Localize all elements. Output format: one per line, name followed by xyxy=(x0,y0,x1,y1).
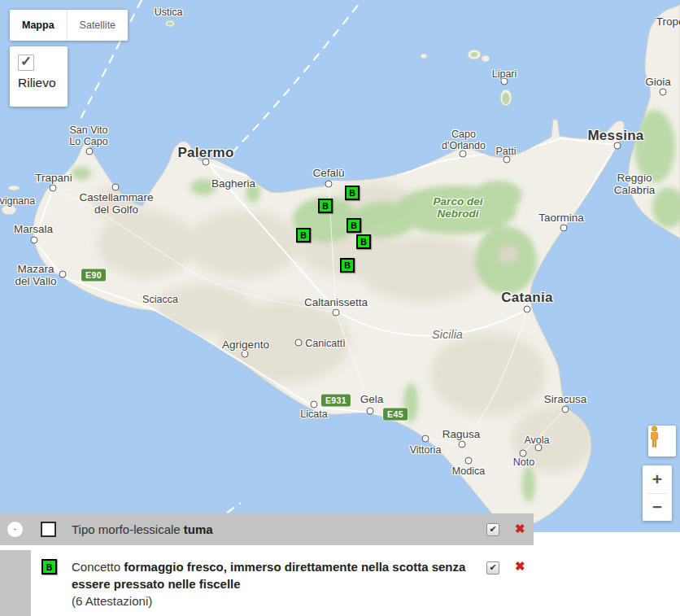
item-remove-button[interactable]: ✖ xyxy=(515,560,525,572)
city-dot xyxy=(560,225,568,232)
city-dot xyxy=(660,89,667,96)
city-dot xyxy=(465,457,473,465)
map-type-button-satellite[interactable]: Satellite xyxy=(67,10,128,41)
city-dot xyxy=(86,148,94,155)
legend-item-concept: formaggio fresco, immerso direttamente n… xyxy=(72,560,465,591)
zoom-out-button[interactable]: − xyxy=(643,494,672,522)
city-dot xyxy=(242,351,249,358)
collapse-group-button[interactable]: - xyxy=(7,522,23,537)
terrain-checkbox[interactable]: ✓ xyxy=(18,55,34,71)
map-marker-b[interactable]: B xyxy=(356,234,371,249)
map-marker-b[interactable]: B xyxy=(296,228,311,242)
city-dot xyxy=(562,406,569,413)
legend-group-title: Tipo morfo-lessicale tuma xyxy=(72,522,213,536)
city-dot xyxy=(520,450,527,457)
legend-group-title-prefix: Tipo morfo-lessicale xyxy=(72,522,184,536)
city-dot xyxy=(59,271,67,278)
city-dot xyxy=(422,435,429,443)
city-dot xyxy=(460,151,467,158)
pegman-icon xyxy=(648,426,660,448)
item-visibility-checkbox[interactable]: ✔ xyxy=(486,561,499,574)
zoom-control: + − xyxy=(643,465,672,521)
map-marker-b[interactable]: B xyxy=(318,199,333,213)
city-dot xyxy=(325,181,333,188)
city-dot xyxy=(614,142,621,150)
legend-item-marker-icon: B xyxy=(41,559,57,574)
group-remove-button[interactable]: ✖ xyxy=(515,522,525,535)
legend-left-strip xyxy=(0,550,31,616)
map-marker-b[interactable]: B xyxy=(347,218,361,233)
city-dot xyxy=(367,408,374,415)
page: UsticaLipariGioiaTropeaMessinaReggio Cal… xyxy=(0,0,680,616)
city-dot xyxy=(459,441,466,448)
city-dot xyxy=(503,156,511,164)
map-marker-b[interactable]: B xyxy=(345,186,360,200)
map-canvas[interactable]: UsticaLipariGioiaTropeaMessinaReggio Cal… xyxy=(0,0,680,532)
city-dot xyxy=(535,444,543,452)
city-dot xyxy=(31,237,38,244)
road-shield-e90: E90 xyxy=(81,269,106,282)
city-dot xyxy=(524,306,531,313)
terrain-control: ✓ Rilievo xyxy=(10,46,68,107)
city-dot xyxy=(203,159,210,166)
city-dot xyxy=(50,185,57,192)
city-dot xyxy=(501,78,508,85)
map-type-button-mappa[interactable]: Mappa xyxy=(10,10,67,41)
legend-item-count: (6 Attestazioni) xyxy=(72,592,466,609)
map-marker-b[interactable]: B xyxy=(340,258,355,273)
group-select-checkbox[interactable] xyxy=(41,522,56,537)
legend-item-prefix: Concetto xyxy=(72,560,124,574)
legend-item-text: Concetto formaggio fresco, immerso diret… xyxy=(72,558,466,609)
road-shield-e931: E931 xyxy=(321,395,351,407)
map-type-control: Mappa Satellite xyxy=(10,10,128,41)
city-dot xyxy=(295,339,303,347)
city-dot xyxy=(333,309,340,317)
city-dot xyxy=(112,184,120,191)
terrain-label: Rilievo xyxy=(18,76,56,90)
street-view-pegman-button[interactable] xyxy=(648,426,676,457)
zoom-in-button[interactable]: + xyxy=(643,465,672,493)
group-visibility-checkbox[interactable]: ✔ xyxy=(486,523,499,536)
legend-group-title-term: tuma xyxy=(184,522,213,536)
city-dot xyxy=(311,401,318,408)
road-shield-e45: E45 xyxy=(383,408,408,421)
